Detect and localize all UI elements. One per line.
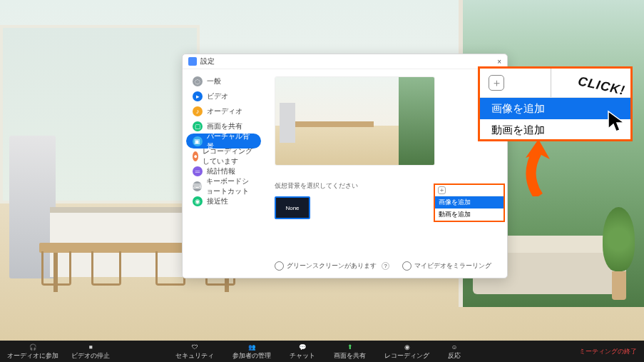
share-icon: ▢ bbox=[193, 121, 203, 131]
sidebar-label: 接近性 bbox=[207, 196, 228, 206]
tb-label: レコーディング bbox=[384, 352, 429, 361]
add-background-button[interactable]: ＋ bbox=[438, 186, 446, 194]
share-screen-icon: ⬆ bbox=[345, 343, 355, 351]
sidebar-label: ビデオ bbox=[207, 91, 228, 101]
mirror-radio[interactable] bbox=[402, 261, 412, 271]
people-icon: 👥 bbox=[247, 343, 257, 351]
sidebar-label: 画面を共有 bbox=[207, 121, 242, 131]
tb-audio[interactable]: 🎧オーディオに参加 bbox=[7, 343, 58, 361]
tb-center: 🛡セキュリティ 👥参加者の管理 💬チャット ⬆画面を共有 ◉レコーディング ☺反… bbox=[175, 343, 461, 361]
dialog-title: 設定 bbox=[200, 56, 215, 66]
add-image-option-small[interactable]: 画像を追加 bbox=[435, 196, 504, 208]
tb-label: チャット bbox=[290, 352, 315, 361]
tb-label: 画面を共有 bbox=[334, 352, 366, 361]
tb-label: オーディオに参加 bbox=[7, 352, 58, 361]
settings-content: 仮想背景を選択してください None グリーンスクリーンがあります? マイビデオ… bbox=[265, 69, 507, 278]
help-icon[interactable]: ? bbox=[382, 262, 389, 270]
video-preview bbox=[275, 76, 435, 166]
add-menu-small-header: ＋ bbox=[435, 185, 504, 196]
thumb-none-label: None bbox=[285, 205, 299, 211]
add-background-button-large[interactable]: ＋ bbox=[489, 75, 504, 91]
greenscreen-radio[interactable] bbox=[275, 261, 284, 271]
tb-security[interactable]: 🛡セキュリティ bbox=[175, 343, 214, 361]
sidebar-label: キーボードショートカット bbox=[206, 176, 255, 196]
close-button[interactable]: × bbox=[497, 58, 501, 66]
tb-video[interactable]: ■ビデオの停止 bbox=[71, 343, 110, 361]
cursor-icon bbox=[607, 110, 628, 137]
camera-icon: ■ bbox=[86, 343, 96, 351]
tb-reactions[interactable]: ☺反応 bbox=[448, 343, 461, 361]
thumb-none[interactable]: None bbox=[275, 196, 310, 219]
callout-separator bbox=[551, 69, 551, 97]
settings-dialog: 設定 × ◌一般 ▸ビデオ ♪オーディオ ▢画面を共有 ▣バーチャル背景 ●レコ… bbox=[182, 54, 508, 278]
tb-share[interactable]: ⬆画面を共有 bbox=[334, 343, 366, 361]
add-video-option-small[interactable]: 動画を追加 bbox=[435, 208, 504, 221]
bg-plant bbox=[599, 207, 638, 300]
sidebar-item-video[interactable]: ▸ビデオ bbox=[186, 89, 261, 104]
settings-sidebar: ◌一般 ▸ビデオ ♪オーディオ ▢画面を共有 ▣バーチャル背景 ●レコーディング… bbox=[183, 69, 265, 278]
tb-participants[interactable]: 👥参加者の管理 bbox=[232, 343, 271, 361]
arrow-annotation bbox=[517, 139, 563, 199]
mirror-label: マイビデオをミラーリング bbox=[414, 261, 491, 271]
tb-label: ビデオの停止 bbox=[71, 352, 110, 361]
audio-icon: ♪ bbox=[193, 106, 203, 116]
sidebar-item-recording[interactable]: ●レコーディングしています bbox=[186, 149, 261, 164]
sidebar-label: 一般 bbox=[207, 76, 221, 86]
chat-icon: 💬 bbox=[297, 343, 307, 351]
preview-scene bbox=[275, 77, 434, 165]
sidebar-item-shortcuts[interactable]: ⌨キーボードショートカット bbox=[186, 179, 261, 193]
greenscreen-label: グリーンスクリーンがあります bbox=[287, 261, 377, 271]
sidebar-label: オーディオ bbox=[207, 106, 242, 116]
tb-record[interactable]: ◉レコーディング bbox=[384, 343, 429, 361]
dialog-body: ◌一般 ▸ビデオ ♪オーディオ ▢画面を共有 ▣バーチャル背景 ●レコーディング… bbox=[183, 69, 507, 278]
tb-label: 参加者の管理 bbox=[232, 352, 271, 361]
reaction-icon: ☺ bbox=[449, 343, 459, 351]
stats-icon: ═ bbox=[193, 166, 203, 176]
tb-chat[interactable]: 💬チャット bbox=[290, 343, 315, 361]
accessibility-icon: ◉ bbox=[193, 196, 203, 206]
tb-label: 反応 bbox=[448, 352, 461, 361]
sidebar-item-general[interactable]: ◌一般 bbox=[186, 74, 261, 89]
shield-icon: 🛡 bbox=[190, 343, 200, 351]
meeting-toolbar: 🎧オーディオに参加 ■ビデオの停止 🛡セキュリティ 👥参加者の管理 💬チャット … bbox=[0, 341, 644, 362]
headphones-icon: 🎧 bbox=[28, 343, 38, 351]
recording-icon: ● bbox=[193, 151, 198, 161]
greenscreen-check[interactable]: グリーンスクリーンがあります? bbox=[275, 261, 389, 271]
app-icon bbox=[188, 57, 197, 66]
keyboard-icon: ⌨ bbox=[193, 181, 202, 191]
add-menu-small: ＋ 画像を追加 動画を追加 bbox=[434, 183, 505, 222]
video-icon: ▸ bbox=[193, 91, 203, 101]
sidebar-item-audio[interactable]: ♪オーディオ bbox=[186, 104, 261, 119]
general-icon: ◌ bbox=[193, 76, 203, 86]
sidebar-label: 統計情報 bbox=[207, 166, 235, 176]
record-icon: ◉ bbox=[402, 343, 412, 351]
mirror-check[interactable]: マイビデオをミラーリング bbox=[402, 261, 491, 271]
sidebar-label: レコーディングしています bbox=[203, 146, 255, 166]
tb-label: セキュリティ bbox=[175, 352, 214, 361]
footer-checks: グリーンスクリーンがあります? マイビデオをミラーリング bbox=[275, 254, 497, 278]
virtualbg-icon: ▣ bbox=[193, 136, 203, 146]
end-meeting-button[interactable]: ミーティングの終了 bbox=[579, 347, 637, 356]
dialog-header: 設定 × bbox=[183, 54, 507, 69]
